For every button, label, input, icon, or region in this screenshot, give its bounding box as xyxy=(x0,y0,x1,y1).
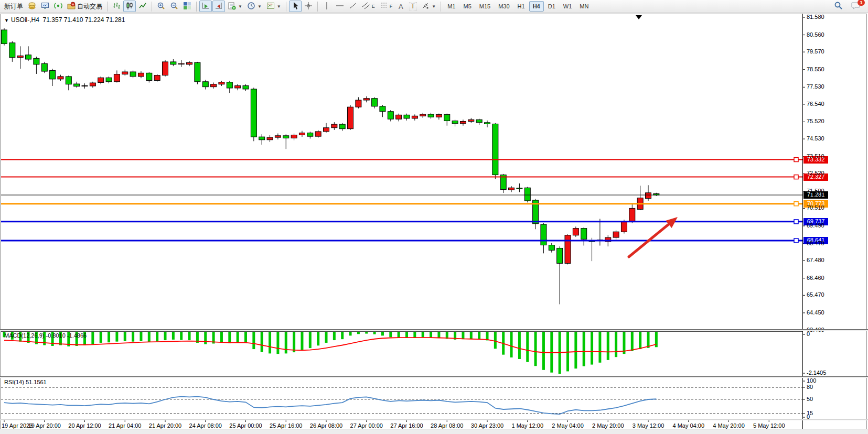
pane-splitter-rsi[interactable] xyxy=(0,376,868,378)
candle-body xyxy=(396,115,402,119)
candle-body xyxy=(372,99,378,106)
candle-body xyxy=(195,62,200,82)
candle-body xyxy=(283,136,289,138)
line-handle[interactable] xyxy=(794,175,798,179)
candle-body xyxy=(178,63,184,64)
candle-body xyxy=(509,188,515,190)
candle-body xyxy=(17,56,23,57)
rsi-indicator-label: RSI(14) 51.1561 xyxy=(4,379,47,385)
pane-splitter-macd[interactable] xyxy=(0,329,868,331)
candle-body xyxy=(348,107,353,128)
candle-body xyxy=(380,106,385,112)
candle-body xyxy=(492,124,498,175)
window-bottom-edge xyxy=(0,429,868,434)
line-handle[interactable] xyxy=(794,158,798,162)
candle-body xyxy=(428,114,434,117)
candle-body xyxy=(74,84,80,86)
candle-body xyxy=(476,120,482,123)
candle-body xyxy=(412,116,417,118)
candle-body xyxy=(485,123,490,124)
candle-body xyxy=(557,248,563,263)
candle-body xyxy=(573,229,578,235)
candle-body xyxy=(444,114,450,121)
candle-body xyxy=(154,75,160,81)
candle-body xyxy=(130,72,136,77)
candle-body xyxy=(565,235,571,264)
candle-body xyxy=(251,89,256,137)
candle-body xyxy=(291,135,297,138)
candle-body xyxy=(315,132,321,136)
candle-body xyxy=(267,137,273,140)
candle-body xyxy=(524,188,530,201)
candle-body xyxy=(58,77,63,79)
candle-body xyxy=(106,78,112,82)
candle-body xyxy=(363,99,369,100)
candle-body xyxy=(436,114,442,117)
rsi-value: 51.1561 xyxy=(26,379,47,385)
line-handle[interactable] xyxy=(794,202,798,206)
candle-body xyxy=(356,100,361,107)
price-axis-border xyxy=(802,14,803,429)
candle-body xyxy=(629,208,635,221)
ohlc-values: 71.357 71.410 71.224 71.281 xyxy=(43,16,125,24)
candle-body xyxy=(452,121,458,124)
candle-body xyxy=(460,122,466,124)
candle-body xyxy=(90,83,95,86)
candle-body xyxy=(299,133,305,135)
application-window: 新订单 自动交易 xyxy=(0,0,868,434)
macd-values: -0.8010 -1.4866 xyxy=(46,332,87,339)
time-axis-border xyxy=(0,419,868,420)
candle-body xyxy=(114,74,120,82)
candle-body xyxy=(339,124,345,129)
candle-body xyxy=(41,63,47,71)
symbol-period-label: USOil-,H4 xyxy=(11,16,39,24)
candle-body xyxy=(243,85,249,89)
candle-body xyxy=(219,82,224,84)
candle-body xyxy=(549,245,554,251)
candle-body xyxy=(541,224,546,245)
candle-body xyxy=(404,115,410,118)
line-handle[interactable] xyxy=(794,220,798,224)
line-handle[interactable] xyxy=(794,238,798,243)
candle-body xyxy=(146,73,152,80)
candle-body xyxy=(26,55,31,59)
candle-body xyxy=(420,114,426,116)
candle-body xyxy=(187,62,192,64)
candle-body xyxy=(235,85,241,88)
candle-body xyxy=(211,84,217,87)
candle-body xyxy=(34,58,39,64)
candle-body xyxy=(9,43,15,58)
rsi-name: RSI(14) xyxy=(4,379,24,385)
candle-body xyxy=(275,136,281,137)
candle-body xyxy=(122,72,128,74)
candle-body xyxy=(324,128,329,132)
candle-body xyxy=(170,62,176,64)
candle-body xyxy=(227,82,232,88)
candle-body xyxy=(388,112,393,119)
chart-canvas[interactable] xyxy=(0,0,868,434)
candle-body xyxy=(259,137,265,140)
candle-body xyxy=(613,232,619,237)
candle-body xyxy=(82,85,88,86)
candle-body xyxy=(581,229,587,240)
candle-body xyxy=(621,222,627,232)
trend-arrow-annotation[interactable] xyxy=(629,222,672,257)
candle-body xyxy=(66,77,71,84)
symbol-dropdown-icon[interactable]: ▼ xyxy=(4,18,9,23)
candle-body xyxy=(163,62,168,75)
candle-body xyxy=(331,124,337,128)
candle-body xyxy=(2,30,7,44)
candle-body xyxy=(98,78,104,82)
macd-name: MACD(12,26,9) xyxy=(4,332,44,339)
candle-body xyxy=(202,82,208,87)
candle-body xyxy=(50,70,56,79)
candle-body xyxy=(138,73,144,77)
candle-body xyxy=(646,193,651,199)
candle-body xyxy=(468,120,474,121)
candle-body xyxy=(517,188,522,189)
candle-body xyxy=(307,133,313,137)
chart-shift-marker[interactable] xyxy=(636,15,642,19)
chart-title: ▼USOil-,H4 71.357 71.410 71.224 71.281 xyxy=(4,16,125,24)
macd-indicator-label: MACD(12,26,9) -0.8010 -1.4866 xyxy=(4,332,87,339)
